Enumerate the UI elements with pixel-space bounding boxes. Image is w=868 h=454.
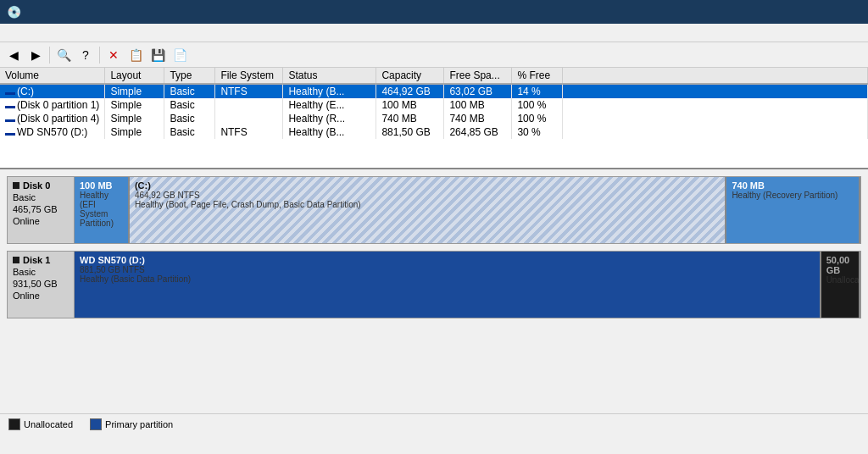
menu-action[interactable] <box>17 31 31 35</box>
legend-primary: Primary partition <box>90 418 173 430</box>
part-info1-1-0: 881,50 GB NTFS <box>80 265 815 274</box>
table-header-row: Volume Layout Type File System Status Ca… <box>0 68 868 84</box>
table-row[interactable]: (C:) Simple Basic NTFS Healthy (B... 464… <box>0 84 868 98</box>
col-extra <box>563 68 868 84</box>
cell-free: 264,85 GB <box>444 125 512 139</box>
disk-type-1: Basic <box>13 267 69 277</box>
cell-type: Basic <box>164 84 215 98</box>
cell-layout: Simple <box>105 125 164 139</box>
legend-unalloc-label: Unallocated <box>24 419 73 429</box>
disk-label-0: Disk 0 Basic 465,75 GB Online <box>7 176 75 244</box>
col-volume: Volume <box>0 68 105 84</box>
toolbar-help[interactable]: ? <box>75 45 96 65</box>
cell-filesystem: NTFS <box>215 84 283 98</box>
cell-volume: (C:) <box>0 84 105 98</box>
toolbar-save[interactable]: 📋 <box>125 45 146 65</box>
main-content: Volume Layout Type File System Status Ca… <box>0 68 868 434</box>
toolbar-forward[interactable]: ▶ <box>25 45 46 65</box>
title-bar-left: 💿 <box>7 5 26 19</box>
title-bar: 💿 <box>0 0 868 24</box>
col-capacity: Capacity <box>376 68 444 84</box>
toolbar-search[interactable]: 🔍 <box>53 45 74 65</box>
partition-0-2[interactable]: 740 MB Healthy (Recovery Partition) <box>726 177 860 243</box>
partition-1-1[interactable]: 50,00 GB Unallocated <box>821 252 860 318</box>
col-filesystem: File System <box>215 68 283 84</box>
cell-layout: Simple <box>105 98 164 112</box>
legend-bar: Unallocated Primary partition <box>0 413 868 434</box>
cell-status: Healthy (B... <box>283 84 376 98</box>
part-name-0-1: (C:) <box>135 180 721 191</box>
toolbar-back[interactable]: ◀ <box>3 45 24 65</box>
table-row[interactable]: (Disk 0 partition 1) Simple Basic Health… <box>0 98 868 112</box>
disk-size-0: 465,75 GB <box>13 204 69 214</box>
app-icon: 💿 <box>7 5 21 19</box>
legend-primary-box <box>90 418 102 430</box>
toolbar-sep1 <box>49 47 50 64</box>
col-status: Status <box>283 68 376 84</box>
cell-filesystem <box>215 98 283 112</box>
toolbar-new[interactable]: 📄 <box>170 45 190 65</box>
part-info1-0-0: Healthy (EFI System Partition) <box>80 191 123 228</box>
legend-unallocated: Unallocated <box>8 418 73 430</box>
cell-layout: Simple <box>105 84 164 98</box>
disk-name-1: Disk 1 <box>13 255 69 265</box>
cell-extra <box>563 98 868 112</box>
cell-volume: (Disk 0 partition 4) <box>0 112 105 125</box>
legend-unalloc-box <box>8 418 20 430</box>
cell-volume: WD SN570 (D:) <box>0 125 105 139</box>
disk-table: Volume Layout Type File System Status Ca… <box>0 68 868 139</box>
table-section: Volume Layout Type File System Status Ca… <box>0 68 868 169</box>
cell-volume: (Disk 0 partition 1) <box>0 98 105 112</box>
disk-row-0: Disk 0 Basic 465,75 GB Online 100 MB Hea… <box>7 176 861 244</box>
disk-type-0: Basic <box>13 192 69 202</box>
part-name-1-0: WD SN570 (D:) <box>80 255 815 265</box>
disk-partitions-0: 100 MB Healthy (EFI System Partition) (C… <box>75 176 861 244</box>
partition-1-0[interactable]: WD SN570 (D:) 881,50 GB NTFS Healthy (Ba… <box>75 252 821 318</box>
toolbar-refresh[interactable]: ✕ <box>103 45 124 65</box>
cell-type: Basic <box>164 125 215 139</box>
disk-status-1: Online <box>13 291 69 301</box>
disk-label-1: Disk 1 Basic 931,50 GB Online <box>7 251 75 318</box>
menu-view[interactable] <box>31 31 44 35</box>
cell-free: 740 MB <box>444 112 512 125</box>
toolbar-open[interactable]: 💾 <box>147 45 168 65</box>
toolbar-sep2 <box>99 47 100 64</box>
disk-status-0: Online <box>13 216 69 226</box>
cell-extra <box>563 125 868 139</box>
disk-name-0: Disk 0 <box>13 180 69 191</box>
maximize-button[interactable] <box>783 0 822 24</box>
table-row[interactable]: (Disk 0 partition 4) Simple Basic Health… <box>0 112 868 125</box>
menu-bar <box>0 24 868 42</box>
disk-partitions-1: WD SN570 (D:) 881,50 GB NTFS Healthy (Ba… <box>75 251 861 318</box>
cell-layout: Simple <box>105 112 164 125</box>
cell-extra <box>563 112 868 125</box>
menu-help[interactable] <box>44 31 58 35</box>
cell-percent: 100 % <box>512 112 563 125</box>
part-info1-0-2: Healthy (Recovery Partition) <box>732 191 854 200</box>
menu-file[interactable] <box>3 31 17 35</box>
part-name-1-1: 50,00 GB <box>826 255 854 275</box>
cell-capacity: 464,92 GB <box>376 84 444 98</box>
partition-0-1[interactable]: (C:) 464,92 GB NTFS Healthy (Boot, Page … <box>130 177 727 243</box>
part-info2-0-1: Healthy (Boot, Page File, Crash Dump, Ba… <box>135 200 721 209</box>
cell-type: Basic <box>164 112 215 125</box>
close-button[interactable] <box>822 0 861 24</box>
cell-filesystem <box>215 112 283 125</box>
cell-status: Healthy (B... <box>283 125 376 139</box>
legend-primary-label: Primary partition <box>105 419 173 429</box>
cell-free: 100 MB <box>444 98 512 112</box>
part-info1-1-1: Unallocated <box>826 275 854 285</box>
cell-capacity: 881,50 GB <box>376 125 444 139</box>
part-name-0-0: 100 MB <box>80 180 123 191</box>
cell-status: Healthy (R... <box>283 112 376 125</box>
minimize-button[interactable] <box>744 0 783 24</box>
cell-percent: 100 % <box>512 98 563 112</box>
partition-0-0[interactable]: 100 MB Healthy (EFI System Partition) <box>75 177 130 243</box>
table-row[interactable]: WD SN570 (D:) Simple Basic NTFS Healthy … <box>0 125 868 139</box>
cell-capacity: 740 MB <box>376 112 444 125</box>
col-free: Free Spa... <box>444 68 512 84</box>
cell-status: Healthy (E... <box>283 98 376 112</box>
cell-type: Basic <box>164 98 215 112</box>
col-layout: Layout <box>105 68 164 84</box>
cell-capacity: 100 MB <box>376 98 444 112</box>
